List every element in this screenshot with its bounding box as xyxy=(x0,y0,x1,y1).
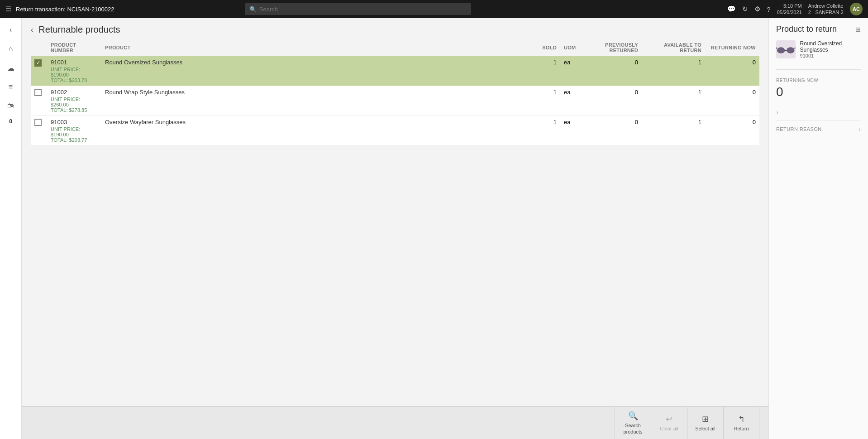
table-row[interactable]: 91002 UNIT PRICE: $260.00 TOTAL: $278.85… xyxy=(31,86,759,116)
row-1-product-number: 91001 UNIT PRICE: $190.00 TOTAL: $203.78 xyxy=(47,56,101,86)
clear-all-button[interactable]: ↩ Clear all xyxy=(651,407,687,439)
row-2-uom: ea xyxy=(560,86,587,116)
product-image xyxy=(776,40,796,58)
top-bar: ☰ Return transaction: NCISAN-2100022 🔍 💬… xyxy=(0,0,868,18)
app-menu-icon[interactable]: ☰ xyxy=(5,5,11,13)
page-title: Returnable products xyxy=(38,24,120,35)
sidebar-home-icon[interactable]: ⌂ xyxy=(3,41,19,57)
row-3-previously-returned: 0 xyxy=(587,116,642,146)
sidebar-bag-icon[interactable]: 🛍 xyxy=(3,98,19,114)
select-all-icon: ⊞ xyxy=(702,414,709,424)
top-bar-right: 💬 ↻ ⚙ ? 3:10 PM 05/20/2021 Andrew Collet… xyxy=(727,3,863,16)
page-back-button[interactable]: ‹ xyxy=(31,26,33,34)
product-info: Round Oversized Sunglasses 91001 xyxy=(800,40,861,58)
row-2-returning-now: 0 xyxy=(705,86,759,116)
return-reason-chevron[interactable]: › xyxy=(858,125,861,133)
svg-line-3 xyxy=(776,48,777,48)
select-all-button[interactable]: ⊞ Select all xyxy=(687,407,723,439)
returning-now-row[interactable]: › xyxy=(776,104,861,121)
row-1-checkbox[interactable]: ✓ xyxy=(34,59,42,67)
chat-icon[interactable]: 💬 xyxy=(727,5,736,13)
returnable-products-table: PRODUCT NUMBER PRODUCT SOLD UOM PREVIOUS… xyxy=(31,39,759,146)
row-2-product-name: Round Wrap Style Sunglasses xyxy=(101,86,533,116)
row-3-sold: 1 xyxy=(533,116,560,146)
content-area: ‹ Returnable products PRODUCT NUMBER PRO… xyxy=(22,18,768,439)
row-3-product-number: 91003 UNIT PRICE: $190.00 TOTAL: $203.77 xyxy=(47,116,101,146)
row-1-product-name: Round Oversized Sunglasses xyxy=(101,56,533,86)
product-table-container: PRODUCT NUMBER PRODUCT SOLD UOM PREVIOUS… xyxy=(22,39,768,406)
row-2-product-number: 91002 UNIT PRICE: $260.00 TOTAL: $278.85 xyxy=(47,86,101,116)
row-1-sold: 1 xyxy=(533,56,560,86)
col-header-check xyxy=(31,39,47,56)
row-1-uom: ea xyxy=(560,56,587,86)
return-button[interactable]: ↰ Return xyxy=(723,407,759,439)
returning-now-section: RETURNING NOW 0 xyxy=(776,78,861,99)
settings-icon[interactable]: ⚙ xyxy=(754,5,760,13)
row-2-available-to-return: 1 xyxy=(642,86,705,116)
clear-all-icon: ↩ xyxy=(666,414,672,424)
svg-line-4 xyxy=(795,48,796,48)
row-1-returning-now: 0 xyxy=(705,56,759,86)
row-1-previously-returned: 0 xyxy=(587,56,642,86)
clock: 3:10 PM 05/20/2021 xyxy=(777,3,802,16)
col-header-returning-now: RETURNING NOW xyxy=(705,39,759,56)
col-header-product: PRODUCT xyxy=(101,39,533,56)
search-input[interactable] xyxy=(259,6,467,13)
row-3-available-to-return: 1 xyxy=(642,116,705,146)
col-header-product-number: PRODUCT NUMBER xyxy=(47,39,101,56)
sidebar-menu-icon[interactable]: ≡ xyxy=(3,79,19,95)
row-2-previously-returned: 0 xyxy=(587,86,642,116)
avatar[interactable]: AC xyxy=(850,3,863,15)
cart-count-badge[interactable]: 0 xyxy=(3,117,19,126)
page-header: ‹ Returnable products xyxy=(22,18,768,39)
row-3-checkbox[interactable] xyxy=(34,119,42,126)
col-header-previously-returned: PREVIOUSLY RETURNED xyxy=(587,39,642,56)
return-icon: ↰ xyxy=(738,414,745,424)
row-1-checkbox-cell[interactable]: ✓ xyxy=(31,56,47,86)
row-2-checkbox[interactable] xyxy=(34,89,42,96)
left-sidebar: ‹ ⌂ ☁ ≡ 🛍 0 xyxy=(0,18,22,439)
help-icon[interactable]: ? xyxy=(767,5,770,13)
right-panel-title: Product to return xyxy=(776,24,837,34)
row-2-sold: 1 xyxy=(533,86,560,116)
table-row[interactable]: 91003 UNIT PRICE: $190.00 TOTAL: $203.77… xyxy=(31,116,759,146)
table-row[interactable]: ✓ 91001 UNIT PRICE: $190.00 TOTAL: $203.… xyxy=(31,56,759,86)
sunglasses-image xyxy=(776,42,796,57)
main-layout: ‹ ⌂ ☁ ≡ 🛍 0 ‹ Returnable products PRODUC… xyxy=(0,18,868,439)
bottom-toolbar: 🔍 Searchproducts ↩ Clear all ⊞ Select al… xyxy=(22,406,768,439)
col-header-sold: SOLD xyxy=(533,39,560,56)
panel-expand-icon[interactable]: ⊞ xyxy=(855,26,861,33)
transaction-title: Return transaction: NCISAN-2100022 xyxy=(16,6,114,13)
user-info: Andrew Collette 2 - SANFRAN-2 xyxy=(808,3,844,16)
search-products-button[interactable]: 🔍 Searchproducts xyxy=(615,407,651,439)
row-2-checkbox-cell[interactable] xyxy=(31,86,47,116)
svg-point-6 xyxy=(787,48,794,53)
search-icon: 🔍 xyxy=(249,6,257,13)
refresh-icon[interactable]: ↻ xyxy=(742,5,748,13)
return-reason-row[interactable]: RETURN REASON › xyxy=(776,121,861,137)
col-header-uom: UOM xyxy=(560,39,587,56)
search-products-icon: 🔍 xyxy=(628,411,638,421)
row-3-checkbox-cell[interactable] xyxy=(31,116,47,146)
sidebar-back-button[interactable]: ‹ xyxy=(3,22,19,38)
row-3-uom: ea xyxy=(560,116,587,146)
col-header-available-to-return: AVAILABLE TO RETURN xyxy=(642,39,705,56)
right-panel-header: Product to return ⊞ xyxy=(776,24,861,34)
svg-point-5 xyxy=(777,48,784,53)
row-3-product-name: Oversize Wayfarer Sunglasses xyxy=(101,116,533,146)
returning-now-chevron[interactable]: › xyxy=(776,109,778,116)
search-bar[interactable]: 🔍 xyxy=(245,3,471,15)
sidebar-cloud-icon[interactable]: ☁ xyxy=(3,60,19,76)
row-3-returning-now: 0 xyxy=(705,116,759,146)
product-preview: Round Oversized Sunglasses 91001 xyxy=(776,40,861,58)
right-panel: Product to return ⊞ Round Oversized Sung… xyxy=(768,18,868,439)
panel-divider xyxy=(776,69,861,70)
row-1-available-to-return: 1 xyxy=(642,56,705,86)
